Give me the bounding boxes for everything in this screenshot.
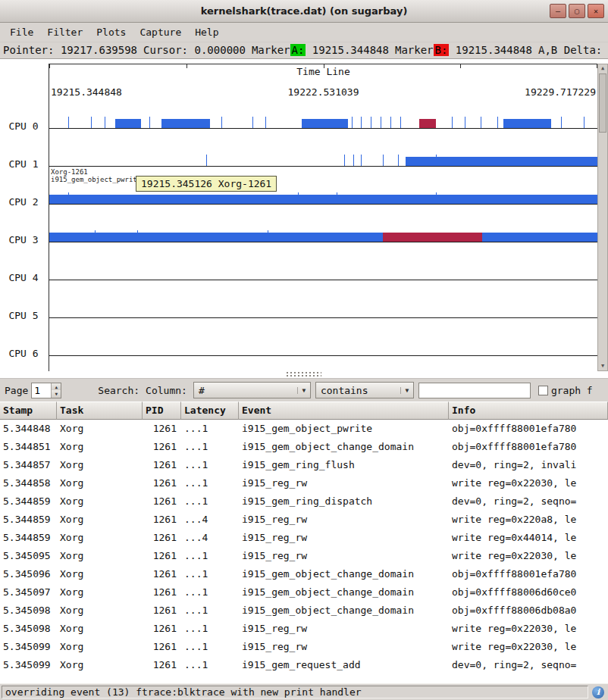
table-row[interactable]: 5.344859Xorg1261...4i915_reg_rwwrite reg… [0, 529, 608, 547]
table-row[interactable]: 5.345096Xorg1261...1i915_gem_object_chan… [0, 565, 608, 583]
event-tick[interactable] [361, 155, 362, 166]
column-select[interactable]: # ▼ [193, 382, 311, 398]
event-tick[interactable] [68, 192, 69, 204]
plot-area[interactable]: Time Line 19215.344848 19222.531039 1922… [49, 59, 597, 371]
column-header-latency[interactable]: Latency [181, 402, 239, 420]
page-input[interactable] [32, 383, 51, 398]
event-tick[interactable] [353, 155, 354, 166]
match-select[interactable]: contains ▼ [315, 382, 414, 398]
cpu-4-timeline[interactable] [49, 270, 597, 280]
menu-file[interactable]: File [3, 24, 40, 40]
menu-capture[interactable]: Capture [133, 24, 188, 40]
cell-event: i915_reg_rw [239, 620, 449, 638]
table-row[interactable]: 5.345095Xorg1261...1i915_reg_rwwrite reg… [0, 547, 608, 565]
event-tick[interactable] [137, 230, 138, 242]
trace-bar-red[interactable] [419, 119, 436, 128]
maximize-button[interactable]: ▢ [569, 4, 585, 18]
table-row[interactable]: 5.344848Xorg1261...1i915_gem_object_pwri… [0, 420, 608, 438]
scrollbar-thumb[interactable] [599, 73, 606, 133]
trace-bar-blue[interactable] [161, 119, 210, 128]
cpu-2-timeline[interactable] [49, 195, 597, 205]
trace-bar-blue[interactable] [49, 233, 597, 242]
minimize-button[interactable]: — [550, 4, 566, 18]
search-input[interactable] [418, 383, 531, 398]
close-button[interactable]: ✕ [588, 4, 604, 18]
graph-follows-checkbox[interactable] [538, 386, 548, 395]
table-row[interactable]: 5.344859Xorg1261...1i915_gem_ring_dispat… [0, 492, 608, 511]
graph-vertical-scrollbar[interactable]: ▲ ▼ [597, 64, 608, 371]
menu-filter[interactable]: Filter [40, 24, 89, 40]
event-tick[interactable] [481, 117, 481, 128]
event-tick[interactable] [105, 117, 105, 128]
cell-stamp: 5.344859 [0, 511, 57, 529]
table-row[interactable]: 5.345098Xorg1261...1i915_gem_object_chan… [0, 602, 608, 620]
cpu-3-timeline[interactable] [49, 233, 597, 242]
cpu-0-timeline[interactable] [49, 119, 597, 129]
event-tick[interactable] [337, 192, 337, 204]
cell-info: obj=0xffff88001efa780 [449, 438, 608, 456]
event-tick[interactable] [465, 117, 465, 128]
trace-bar-red[interactable] [383, 233, 483, 242]
table-row[interactable]: 5.344857Xorg1261...1i915_gem_ring_flushd… [0, 456, 608, 474]
event-tick[interactable] [383, 155, 384, 166]
cpu-label-3: CPU 3 [0, 234, 47, 246]
cpu-1-timeline[interactable] [49, 157, 597, 167]
table-row[interactable]: 5.344859Xorg1261...4i915_reg_rwwrite reg… [0, 511, 608, 529]
event-tick[interactable] [436, 192, 437, 204]
table-row[interactable]: 5.344851Xorg1261...1i915_gem_object_chan… [0, 438, 608, 456]
event-tick[interactable] [561, 117, 562, 128]
event-tick[interactable] [206, 155, 207, 166]
cpu-5-timeline[interactable] [49, 308, 597, 318]
table-row[interactable]: 5.345098Xorg1261...1i915_reg_rwwrite reg… [0, 620, 608, 638]
trace-bar-blue[interactable] [115, 119, 142, 128]
table-row[interactable]: 5.345099Xorg1261...1i915_reg_rwwrite reg… [0, 638, 608, 656]
chevron-down-icon: ▼ [297, 387, 310, 394]
table-row[interactable]: 5.344858Xorg1261...1i915_reg_rwwrite reg… [0, 474, 608, 492]
event-tick[interactable] [400, 117, 401, 128]
event-tick[interactable] [361, 117, 362, 128]
column-header-pid[interactable]: PID [143, 402, 181, 420]
event-tick[interactable] [584, 117, 584, 128]
event-tick[interactable] [221, 117, 222, 128]
event-tick[interactable] [352, 117, 353, 128]
trace-bar-blue[interactable] [302, 119, 348, 128]
trace-bar-blue[interactable] [49, 195, 597, 204]
minimize-icon: — [556, 7, 560, 15]
event-tick[interactable] [497, 117, 498, 128]
event-tick[interactable] [95, 230, 96, 242]
info-icon[interactable]: i [592, 686, 604, 698]
event-tick[interactable] [344, 155, 345, 166]
event-tick[interactable] [452, 117, 453, 128]
event-tick[interactable] [390, 117, 391, 128]
event-tick[interactable] [298, 192, 299, 204]
cell-task: Xorg [57, 492, 143, 511]
event-tick[interactable] [268, 230, 268, 242]
trace-bar-blue[interactable] [406, 157, 597, 166]
cpu-6-timeline[interactable] [49, 346, 597, 356]
event-tick[interactable] [398, 155, 399, 166]
event-tick[interactable] [252, 117, 253, 128]
table-row[interactable]: 5.345099Xorg1261...1i915_gem_request_add… [0, 656, 608, 674]
cell-pid: 1261 [143, 620, 181, 638]
menu-plots[interactable]: Plots [89, 24, 133, 40]
column-header-task[interactable]: Task [57, 402, 143, 420]
menu-help[interactable]: Help [188, 24, 225, 40]
event-tick[interactable] [381, 117, 381, 128]
spin-up-icon[interactable]: ▲ [52, 383, 61, 391]
event-tick[interactable] [436, 155, 437, 166]
event-tick[interactable] [265, 117, 266, 128]
trace-bar-blue[interactable] [503, 119, 551, 128]
column-header-stamp[interactable]: Stamp [0, 402, 57, 420]
event-tick[interactable] [91, 117, 92, 128]
scroll-down-icon[interactable]: ▼ [598, 362, 607, 370]
scroll-up-icon[interactable]: ▲ [598, 64, 607, 73]
pane-splitter[interactable] [0, 371, 608, 379]
event-tick[interactable] [149, 117, 150, 128]
event-tick[interactable] [68, 117, 69, 128]
spin-down-icon[interactable]: ▼ [52, 390, 61, 398]
page-spinner[interactable]: ▲▼ [31, 383, 61, 398]
column-header-event[interactable]: Event [239, 402, 449, 420]
table-row[interactable]: 5.345097Xorg1261...1i915_gem_object_chan… [0, 583, 608, 602]
event-tick[interactable] [371, 117, 371, 128]
column-header-info[interactable]: Info [449, 402, 608, 420]
